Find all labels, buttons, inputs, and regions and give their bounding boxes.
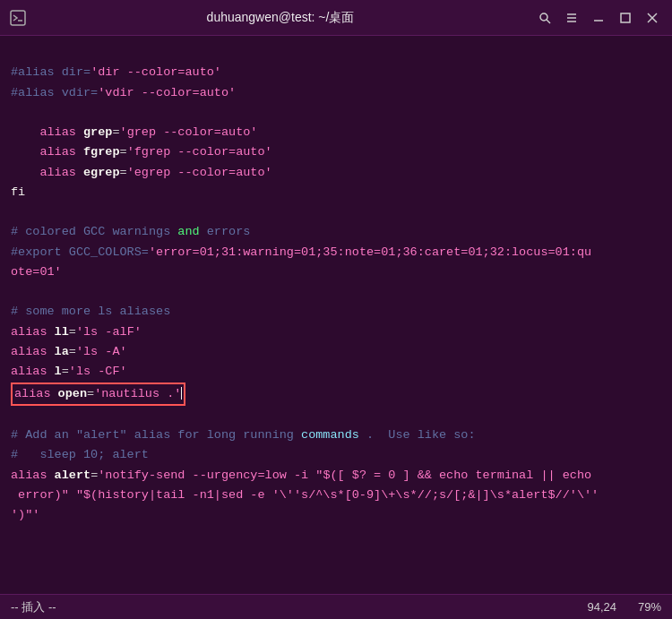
code-line: # sleep 10; alert xyxy=(11,445,661,465)
code-line: fi xyxy=(11,183,661,202)
statusbar-right: 94,24 79% xyxy=(587,600,661,614)
close-button[interactable] xyxy=(640,5,665,30)
search-button[interactable] xyxy=(532,5,557,30)
code-line: #alias dir='dir --color=auto' xyxy=(11,63,661,82)
cursor-position: 94,24 xyxy=(587,600,616,614)
code-lines: #alias dir='dir --color=auto' #alias vdi… xyxy=(11,43,661,587)
statusbar: -- 插入 -- 94,24 79% xyxy=(0,594,672,619)
code-line: # some more ls aliases xyxy=(11,302,661,322)
highlighted-code-line: alias open='nautilus .' xyxy=(11,383,661,406)
code-line: #export GCC_COLORS='error=01;31:warning=… xyxy=(11,243,661,262)
svg-line-3 xyxy=(547,20,550,23)
code-line: alias alert='notify-send --urgency=low -… xyxy=(11,466,661,486)
code-line: alias fgrep='fgrep --color=auto' xyxy=(11,142,661,162)
code-line: alias l='ls -CF' xyxy=(11,362,661,382)
code-line: #alias vdir='vdir --color=auto' xyxy=(11,83,661,103)
code-line xyxy=(11,406,661,426)
editor-content[interactable]: #alias dir='dir --color=auto' #alias vdi… xyxy=(0,36,672,594)
titlebar-controls xyxy=(532,5,665,30)
code-line: ')"' xyxy=(11,505,661,525)
statusbar-mode: -- 插入 -- xyxy=(11,599,587,615)
terminal-window: duhuangwen@test: ~/桌面 xyxy=(0,0,672,619)
code-line: # colored GCC warnings and errors xyxy=(11,222,661,242)
terminal-icon xyxy=(7,7,29,29)
code-line: ote=01' xyxy=(11,262,661,282)
code-line: alias grep='grep --color=auto' xyxy=(11,123,661,142)
titlebar-left xyxy=(7,7,29,29)
code-line xyxy=(11,282,661,302)
code-line: alias ll='ls -alF' xyxy=(11,322,661,342)
code-line: error)" "$(history|tail -n1|sed -e '\''s… xyxy=(11,486,661,505)
titlebar: duhuangwen@test: ~/桌面 xyxy=(0,0,672,36)
minimize-button[interactable] xyxy=(586,5,611,30)
maximize-button[interactable] xyxy=(613,5,638,30)
code-line: alias la='ls -A' xyxy=(11,342,661,362)
menu-button[interactable] xyxy=(559,5,584,30)
svg-rect-8 xyxy=(621,13,630,22)
code-line: # Add an "alert" alias for long running … xyxy=(11,426,661,445)
code-line xyxy=(11,202,661,222)
window-title: duhuangwen@test: ~/桌面 xyxy=(29,10,532,26)
code-line: alias egrep='egrep --color=auto' xyxy=(11,163,661,183)
code-line xyxy=(11,103,661,123)
zoom-level: 79% xyxy=(638,600,661,614)
svg-point-2 xyxy=(540,13,547,21)
code-line xyxy=(11,43,661,63)
